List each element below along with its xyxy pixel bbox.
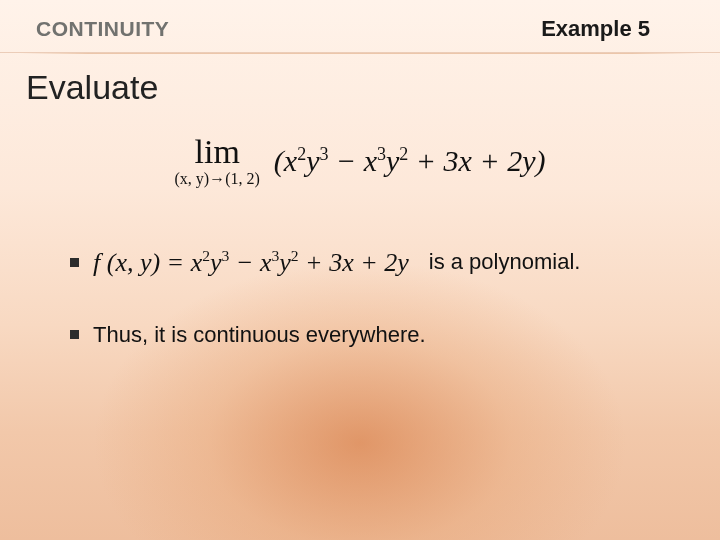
- header-separator: [20, 53, 700, 54]
- limit-body: (x2y3 − x3y2 + 3x + 2y): [274, 144, 546, 178]
- bullet-2-text: Thus, it is continuous everywhere.: [93, 322, 426, 348]
- bullet-item-1: f (x, y) = x2y3 − x3y2 + 3x + 2y is a po…: [70, 247, 672, 278]
- bullet-icon: [70, 330, 79, 339]
- bullet-list: f (x, y) = x2y3 − x3y2 + 3x + 2y is a po…: [70, 247, 672, 348]
- limit-expression: lim (x, y)→(1, 2) (x2y3 − x3y2 + 3x + 2y…: [0, 135, 720, 187]
- bullet-item-2: Thus, it is continuous everywhere.: [70, 322, 672, 348]
- lim-word: lim: [195, 135, 240, 169]
- limit-operator: lim (x, y)→(1, 2): [175, 135, 260, 187]
- topic-label: CONTINUITY: [36, 17, 169, 41]
- slide-title: Evaluate: [26, 68, 720, 107]
- bullet-icon: [70, 258, 79, 267]
- example-number: Example 5: [541, 16, 650, 42]
- slide-header: CONTINUITY Example 5: [0, 0, 720, 53]
- bullet-1-tail: is a polynomial.: [429, 249, 581, 275]
- limit-approach: (x, y)→(1, 2): [175, 171, 260, 187]
- function-definition: f (x, y) = x2y3 − x3y2 + 3x + 2y: [93, 247, 409, 278]
